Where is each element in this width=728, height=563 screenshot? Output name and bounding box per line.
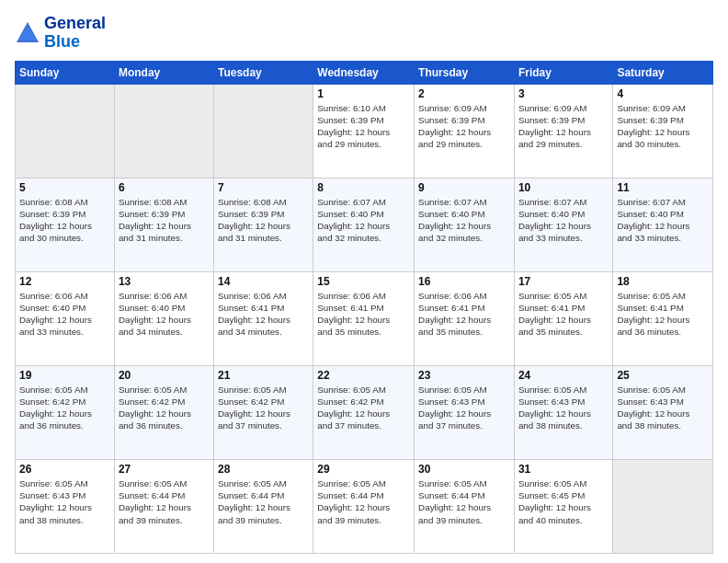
calendar-cell: 25Sunrise: 6:05 AM Sunset: 6:43 PM Dayli… [613,365,713,459]
day-info: Sunrise: 6:06 AM Sunset: 6:41 PM Dayligh… [218,290,309,339]
day-info: Sunrise: 6:10 AM Sunset: 6:39 PM Dayligh… [317,102,410,151]
day-number: 20 [119,369,210,382]
day-info: Sunrise: 6:06 AM Sunset: 6:41 PM Dayligh… [317,290,410,339]
calendar-cell: 12Sunrise: 6:06 AM Sunset: 6:40 PM Dayli… [16,271,115,365]
calendar-day-header: Wednesday [313,61,415,84]
calendar-cell: 10Sunrise: 6:07 AM Sunset: 6:40 PM Dayli… [514,178,612,271]
calendar-cell: 6Sunrise: 6:08 AM Sunset: 6:39 PM Daylig… [114,178,213,271]
logo: GeneralBlue [15,15,106,52]
calendar-cell: 19Sunrise: 6:05 AM Sunset: 6:42 PM Dayli… [16,365,115,459]
day-number: 24 [518,369,609,382]
day-info: Sunrise: 6:05 AM Sunset: 6:44 PM Dayligh… [218,477,309,526]
calendar-day-header: Sunday [16,61,115,84]
calendar-cell: 7Sunrise: 6:08 AM Sunset: 6:39 PM Daylig… [213,178,313,271]
day-info: Sunrise: 6:06 AM Sunset: 6:40 PM Dayligh… [19,290,110,339]
calendar-week-row: 26Sunrise: 6:05 AM Sunset: 6:43 PM Dayli… [16,459,713,553]
day-info: Sunrise: 6:06 AM Sunset: 6:41 PM Dayligh… [418,290,510,339]
calendar-week-row: 1Sunrise: 6:10 AM Sunset: 6:39 PM Daylig… [16,84,713,178]
day-number: 21 [218,369,309,382]
day-info: Sunrise: 6:05 AM Sunset: 6:43 PM Dayligh… [617,384,709,432]
calendar-cell: 16Sunrise: 6:06 AM Sunset: 6:41 PM Dayli… [415,271,515,365]
calendar-cell: 1Sunrise: 6:10 AM Sunset: 6:39 PM Daylig… [313,84,415,178]
day-info: Sunrise: 6:09 AM Sunset: 6:39 PM Dayligh… [418,102,510,151]
day-info: Sunrise: 6:05 AM Sunset: 6:43 PM Dayligh… [19,477,110,526]
logo-text: GeneralBlue [44,15,106,52]
day-info: Sunrise: 6:05 AM Sunset: 6:42 PM Dayligh… [317,384,410,432]
calendar-cell [114,84,213,178]
day-info: Sunrise: 6:07 AM Sunset: 6:40 PM Dayligh… [617,196,709,245]
header: GeneralBlue [15,15,713,52]
logo-icon [15,20,40,46]
calendar-day-header: Thursday [415,61,515,84]
day-number: 28 [218,463,309,476]
calendar-cell: 15Sunrise: 6:06 AM Sunset: 6:41 PM Dayli… [313,271,415,365]
day-number: 13 [119,275,210,288]
day-number: 15 [317,275,410,288]
day-number: 26 [19,463,110,476]
day-info: Sunrise: 6:05 AM Sunset: 6:41 PM Dayligh… [518,290,609,339]
calendar-cell: 14Sunrise: 6:06 AM Sunset: 6:41 PM Dayli… [213,271,313,365]
day-info: Sunrise: 6:05 AM Sunset: 6:45 PM Dayligh… [518,477,609,526]
day-info: Sunrise: 6:05 AM Sunset: 6:44 PM Dayligh… [119,477,210,526]
calendar-table: SundayMondayTuesdayWednesdayThursdayFrid… [15,61,713,554]
calendar-day-header: Saturday [613,61,713,84]
calendar-week-row: 19Sunrise: 6:05 AM Sunset: 6:42 PM Dayli… [16,365,713,459]
calendar-cell [213,84,313,178]
calendar-week-row: 5Sunrise: 6:08 AM Sunset: 6:39 PM Daylig… [16,178,713,271]
day-info: Sunrise: 6:05 AM Sunset: 6:42 PM Dayligh… [19,384,110,432]
calendar-cell: 17Sunrise: 6:05 AM Sunset: 6:41 PM Dayli… [514,271,612,365]
calendar-cell: 23Sunrise: 6:05 AM Sunset: 6:43 PM Dayli… [415,365,515,459]
day-number: 9 [418,181,510,194]
day-number: 11 [617,181,709,194]
svg-marker-1 [18,26,37,40]
day-number: 22 [317,369,410,382]
day-number: 18 [617,275,709,288]
day-number: 23 [418,369,510,382]
day-number: 8 [317,181,410,194]
calendar-cell: 18Sunrise: 6:05 AM Sunset: 6:41 PM Dayli… [613,271,713,365]
day-number: 10 [518,181,609,194]
day-info: Sunrise: 6:05 AM Sunset: 6:44 PM Dayligh… [418,477,510,526]
calendar-cell: 26Sunrise: 6:05 AM Sunset: 6:43 PM Dayli… [16,459,115,553]
calendar-cell: 31Sunrise: 6:05 AM Sunset: 6:45 PM Dayli… [514,459,612,553]
day-number: 27 [119,463,210,476]
calendar-day-header: Monday [114,61,213,84]
calendar-cell: 22Sunrise: 6:05 AM Sunset: 6:42 PM Dayli… [313,365,415,459]
page: GeneralBlue SundayMondayTuesdayWednesday… [0,0,728,563]
day-info: Sunrise: 6:05 AM Sunset: 6:43 PM Dayligh… [418,384,510,432]
calendar-cell: 5Sunrise: 6:08 AM Sunset: 6:39 PM Daylig… [16,178,115,271]
day-number: 17 [518,275,609,288]
calendar-cell: 27Sunrise: 6:05 AM Sunset: 6:44 PM Dayli… [114,459,213,553]
day-info: Sunrise: 6:05 AM Sunset: 6:42 PM Dayligh… [119,384,210,432]
calendar-cell [16,84,115,178]
calendar-cell: 2Sunrise: 6:09 AM Sunset: 6:39 PM Daylig… [415,84,515,178]
day-info: Sunrise: 6:08 AM Sunset: 6:39 PM Dayligh… [218,196,309,245]
day-info: Sunrise: 6:05 AM Sunset: 6:42 PM Dayligh… [218,384,309,432]
day-number: 14 [218,275,309,288]
calendar-cell: 8Sunrise: 6:07 AM Sunset: 6:40 PM Daylig… [313,178,415,271]
calendar-cell: 9Sunrise: 6:07 AM Sunset: 6:40 PM Daylig… [415,178,515,271]
day-info: Sunrise: 6:05 AM Sunset: 6:41 PM Dayligh… [617,290,709,339]
calendar-cell: 3Sunrise: 6:09 AM Sunset: 6:39 PM Daylig… [514,84,612,178]
day-info: Sunrise: 6:05 AM Sunset: 6:44 PM Dayligh… [317,477,410,526]
calendar-cell: 29Sunrise: 6:05 AM Sunset: 6:44 PM Dayli… [313,459,415,553]
day-info: Sunrise: 6:06 AM Sunset: 6:40 PM Dayligh… [119,290,210,339]
day-number: 31 [518,463,609,476]
day-number: 7 [218,181,309,194]
calendar-cell: 30Sunrise: 6:05 AM Sunset: 6:44 PM Dayli… [415,459,515,553]
day-info: Sunrise: 6:05 AM Sunset: 6:43 PM Dayligh… [518,384,609,432]
day-number: 19 [19,369,110,382]
day-info: Sunrise: 6:09 AM Sunset: 6:39 PM Dayligh… [617,102,709,151]
calendar-cell: 11Sunrise: 6:07 AM Sunset: 6:40 PM Dayli… [613,178,713,271]
calendar-cell: 13Sunrise: 6:06 AM Sunset: 6:40 PM Dayli… [114,271,213,365]
day-number: 3 [518,87,609,100]
day-number: 1 [317,87,410,100]
calendar-cell [613,459,713,553]
calendar-day-header: Friday [514,61,612,84]
calendar-cell: 4Sunrise: 6:09 AM Sunset: 6:39 PM Daylig… [613,84,713,178]
calendar-header-row: SundayMondayTuesdayWednesdayThursdayFrid… [16,61,713,84]
day-info: Sunrise: 6:08 AM Sunset: 6:39 PM Dayligh… [19,196,110,245]
day-number: 6 [119,181,210,194]
day-number: 2 [418,87,510,100]
day-number: 30 [418,463,510,476]
